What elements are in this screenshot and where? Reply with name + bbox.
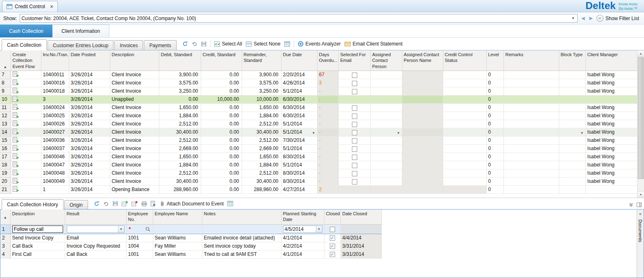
cell-block-type[interactable]: ▼ — [559, 95, 585, 103]
select-none-button[interactable]: Select None — [246, 41, 280, 47]
cell-debit[interactable]: 288,960.00 — [159, 185, 201, 194]
cell-debit[interactable]: 30,400.00 — [159, 177, 201, 185]
history-row[interactable]: 3Call BackInvoice Copy Requested1004Fay … — [0, 242, 381, 250]
cell-level[interactable]: 0 — [486, 71, 503, 79]
tab-cash-collection-inner[interactable]: Cash Collection — [2, 39, 47, 50]
print-icon[interactable] — [141, 201, 147, 206]
cell-assigned-contact-person-name[interactable] — [402, 136, 443, 144]
cell-assigned-contact-person-name[interactable] — [402, 185, 443, 194]
create-event-flow-icon[interactable] — [13, 162, 19, 167]
cell-credit-control-status[interactable] — [443, 79, 486, 87]
revert-icon[interactable] — [192, 41, 197, 47]
main-grid-col-header[interactable]: Block Type — [559, 50, 585, 71]
row-number[interactable]: 19 — [0, 169, 11, 177]
cell-create-event-flow[interactable] — [11, 120, 41, 128]
cell-date-posted[interactable]: 3/26/2014 — [69, 136, 110, 144]
history-grid-col-header[interactable]: Description — [10, 210, 65, 224]
cell-credit[interactable]: 0.00 — [201, 112, 242, 120]
cell-credit-control-status[interactable] — [443, 71, 486, 79]
cell-debit[interactable]: 1,884.00 — [159, 112, 201, 120]
cell-description[interactable]: Client Invoice — [110, 79, 159, 87]
cell-level[interactable]: 0 — [486, 112, 503, 120]
cell-date-posted[interactable]: 3/26/2014 — [69, 185, 110, 194]
cell-debit[interactable]: 1,884.00 — [159, 161, 201, 169]
cell-notes[interactable]: Tried to call at 9AM EST — [202, 250, 281, 258]
main-grid-col-header[interactable]: Assigned Contact Person Name — [402, 50, 443, 71]
main-grid-corner[interactable]: ▲ — [0, 50, 11, 71]
expand-documents-icon[interactable]: « — [639, 212, 642, 216]
cell-description[interactable]: First Call — [10, 250, 65, 258]
cell-due-date[interactable]: 5/1/2014▼ — [281, 144, 317, 153]
cell-date-posted[interactable]: 3/26/2014 — [69, 153, 110, 161]
create-event-flow-icon[interactable] — [13, 121, 19, 126]
cell-selected-for-email[interactable] — [338, 169, 370, 177]
cell-inv-no[interactable]: 10400049 — [41, 177, 69, 185]
grid-view-icon[interactable] — [227, 201, 233, 206]
history-row[interactable]: 1▼*4/5/2014▼ — [0, 224, 381, 234]
cell-create-event-flow[interactable] — [11, 161, 41, 169]
cell-block-type[interactable]: ▼ — [559, 120, 585, 128]
cell-inv-no[interactable]: 3 — [41, 95, 69, 103]
cell-credit[interactable]: 0.00 — [201, 185, 242, 194]
row-number[interactable]: 2 — [0, 234, 10, 242]
cell-days-overdue[interactable]: 2 — [317, 185, 338, 194]
cell-remarks[interactable] — [503, 153, 559, 161]
nav-back-icon[interactable]: ◀ — [581, 16, 585, 21]
cell-assigned-contact-person[interactable]: ▼ — [370, 185, 402, 194]
cell-credit-control-status[interactable] — [443, 177, 486, 185]
cell-assigned-contact-person[interactable]: ▼ — [370, 87, 402, 95]
cell-days-overdue[interactable]: - — [317, 177, 338, 185]
email-checkbox[interactable] — [352, 146, 357, 152]
cell-client-manager[interactable]: Isabel Wong — [585, 71, 637, 79]
tab-cash-collection[interactable]: Cash Collection — [0, 25, 52, 37]
cell-description[interactable]: Client Invoice — [110, 71, 159, 79]
cell-description[interactable]: Client Invoice — [110, 153, 159, 161]
cell-inv-no[interactable]: 1 — [41, 185, 69, 194]
cell-client-manager[interactable] — [585, 185, 637, 194]
invoice-row[interactable]: 8104000163/26/2014Client Invoice3,575.00… — [0, 79, 637, 87]
cell-due-date[interactable]: 8/30/2014▼ — [281, 153, 317, 161]
create-event-flow-icon[interactable] — [13, 153, 19, 159]
cell-credit-control-status[interactable] — [443, 112, 486, 120]
cell-closed[interactable] — [324, 242, 340, 250]
cell-assigned-contact-person-name[interactable] — [402, 71, 443, 79]
cell-assigned-contact-person-name[interactable] — [402, 103, 443, 112]
cell-inv-no[interactable]: 10400046 — [41, 153, 69, 161]
invoice-row[interactable]: 19104000483/26/2014Client Invoice2,512.0… — [0, 169, 637, 177]
scroll-up-icon[interactable]: ▲ — [637, 50, 644, 57]
cell-date-closed[interactable]: 4/4/2014 — [340, 234, 381, 242]
cell-assigned-contact-person[interactable]: ▼ — [370, 95, 402, 103]
cell-employee-name[interactable]: Fay Miller — [153, 242, 202, 250]
cell-create-event-flow[interactable] — [11, 71, 41, 79]
cell-credit-control-status[interactable] — [443, 185, 486, 194]
scroll-down-icon[interactable]: ▼ — [637, 191, 644, 198]
filter-input[interactable] — [21, 16, 570, 21]
cell-remarks[interactable] — [503, 144, 559, 153]
row-number[interactable]: 4 — [0, 250, 10, 258]
cell-block-type[interactable]: ▼ — [559, 87, 585, 95]
vertical-scrollbar[interactable]: ▲ ▼ — [637, 50, 644, 198]
cell-credit[interactable]: 0.00 — [201, 103, 242, 112]
cell-date-posted[interactable]: 3/26/2014 — [69, 144, 110, 153]
cell-date-posted[interactable]: 3/26/2014 — [69, 103, 110, 112]
row-number[interactable]: 11 — [0, 103, 11, 112]
cell-debit[interactable]: 2,512.00 — [159, 120, 201, 128]
cell-remainder[interactable]: 1,884.00 — [242, 161, 281, 169]
tab-client-information[interactable]: Client Information — [52, 25, 109, 37]
row-number[interactable]: 15 — [0, 136, 11, 144]
cell-notes[interactable]: Emailed invoice detail (attached) — [202, 234, 281, 242]
cell-due-date[interactable]: 2/20/2014▼ — [281, 71, 317, 79]
cell-days-overdue[interactable]: - — [317, 161, 338, 169]
cell-employee-no[interactable]: * — [126, 224, 153, 234]
cell-assigned-contact-person-name[interactable] — [402, 128, 443, 136]
cell-credit-control-status[interactable] — [443, 120, 486, 128]
email-checkbox[interactable] — [352, 81, 357, 86]
cell-inv-no[interactable]: 10400036 — [41, 136, 69, 144]
cell-due-date[interactable]: 4/27/2014▼ — [281, 185, 317, 194]
cell-remainder[interactable]: 30,400.00 — [242, 177, 281, 185]
main-grid-col-header[interactable]: Client Manager — [585, 50, 637, 71]
new-line-icon[interactable] — [122, 201, 128, 206]
create-event-flow-icon[interactable] — [13, 104, 19, 110]
save-icon[interactable] — [201, 41, 206, 47]
cell-due-date[interactable]: 8/30/2014▼ — [281, 177, 317, 185]
